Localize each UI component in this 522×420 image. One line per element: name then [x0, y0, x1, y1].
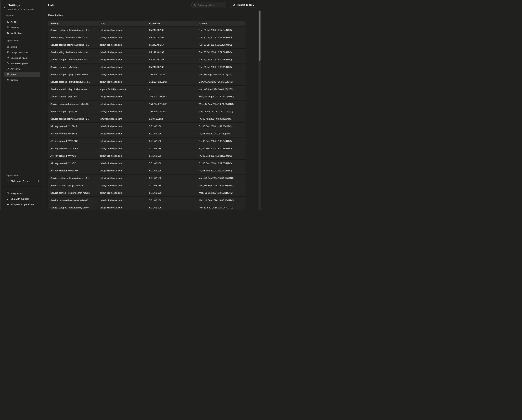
activities-count: 918 activities [48, 14, 261, 17]
cell-activity: Service started - pypi_test [48, 95, 97, 98]
sidebar-item-users-and-roles[interactable]: Users and roles [4, 55, 40, 60]
arrows-swap-icon [7, 62, 9, 65]
table-body: Service scaling settings adjusted - 3...… [48, 26, 246, 210]
table-row[interactable]: Service stopped - pypi_test dale@clickho… [48, 108, 246, 115]
table-row[interactable]: API key created: ****OCB5 dale@clickhous… [48, 138, 246, 145]
sidebar-item-notifications[interactable]: Notifications [4, 31, 40, 36]
table-row[interactable]: API key deleted: ****2KNc dale@clickhous… [48, 130, 246, 138]
vertical-scrollbar[interactable] [258, 10, 261, 210]
table-row[interactable]: API key deleted: ****CbzJ dale@clickhous… [48, 123, 246, 130]
cell-ip-address: 5.71.62.186 [146, 177, 196, 179]
cell-activity: Service started - Vector search results [48, 192, 97, 194]
cell-ip-address: 85.242.48.167 [146, 44, 196, 46]
table-row[interactable]: Service started - play.clickhouse.co... … [48, 86, 246, 93]
search-icon [193, 4, 196, 6]
shield-check-icon [7, 26, 9, 29]
table-row[interactable]: Service stopped - Vector search res... d… [48, 56, 246, 63]
back-button[interactable] [3, 6, 7, 9]
audit-table: Activity User IP address Time Service sc… [48, 21, 246, 210]
sidebar-title: Settings [8, 4, 34, 7]
sidebar-item-profile[interactable]: Profile [4, 19, 40, 25]
sidebar-item-integrations[interactable]: Integrations [4, 191, 40, 196]
cell-ip-address: 85.242.48.167 [146, 58, 196, 61]
sidebar-item-details[interactable]: Details [4, 77, 40, 82]
sidebar-item-security[interactable]: Security [4, 25, 40, 30]
table-row[interactable]: API key created: ****bXWT dale@clickhous… [48, 167, 246, 175]
cell-ip-address: 5.71.62.186 [146, 169, 196, 172]
table-row[interactable]: Service scaling settings adjusted - 2...… [48, 115, 246, 123]
sidebar-item-api-keys[interactable]: API keys [4, 66, 40, 71]
cell-activity: API key deleted: ****2KNc [48, 132, 97, 135]
wallet-icon [7, 46, 9, 48]
cell-activity: Service scaling settings adjusted - 1... [48, 184, 97, 187]
sidebar-item-private-endpoints[interactable]: Private endpoints [4, 61, 40, 66]
table-row[interactable]: Service stopped - observability-demo dal… [48, 204, 246, 210]
cell-time: Thu, 12 Sep 2024 08:42:44(UTC) [196, 206, 246, 209]
table-row[interactable]: Service stopped - play.clickhouse.co... … [48, 78, 246, 86]
table-row[interactable]: Service idling disabled - sql.clickhou..… [48, 49, 246, 56]
section-label-organization: Organization [6, 39, 43, 42]
cell-time: Wed, 11 Sep 2024 10:56:11(UTC) [196, 192, 246, 194]
table-row[interactable]: Service password was reset - dale@... da… [48, 101, 246, 108]
cell-user: dale@clickhouse.com [97, 81, 146, 83]
column-header-user[interactable]: User [97, 22, 146, 25]
sidebar-item-usage-breakdown[interactable]: Usage breakdown [4, 50, 40, 55]
export-csv-button[interactable]: Export To CSV [230, 2, 257, 8]
cell-user: dale@clickhouse.com [97, 110, 146, 113]
sidebar-item-label: Security [10, 26, 19, 29]
column-header-time[interactable]: Time [196, 22, 246, 25]
cell-user: dale@clickhouse.com [97, 132, 146, 135]
sidebar-item-label: Details [10, 79, 17, 81]
cell-ip-address: 5.71.62.186 [146, 199, 196, 202]
sidebar-item-label: Audit [10, 73, 16, 76]
column-header-ip-address[interactable]: IP address [146, 22, 196, 25]
system-status-item[interactable]: All systems operational [4, 202, 40, 207]
scrollbar-thumb[interactable] [259, 11, 261, 61]
table-row[interactable]: API key deleted: ****hBI3 dale@clickhous… [48, 160, 246, 167]
table-row[interactable]: Service stopped - clickpipes dale@clickh… [48, 63, 246, 71]
cell-activity: Service stopped - observability-demo [48, 206, 97, 209]
cell-time: Fri, 06 Sep 2024 12:01:21(UTC) [196, 155, 246, 157]
table-row[interactable]: Service password was reset - dale@... da… [48, 197, 246, 204]
cell-ip-address: - [146, 88, 196, 91]
sidebar-header: Settings Return to your service view [0, 0, 43, 14]
cell-time: Tue, 30 Jul 2024 16:57:34(UTC) [196, 36, 246, 39]
table-row[interactable]: Service started - Vector search results … [48, 189, 246, 197]
section-label-organization-footer: Organization [6, 174, 43, 177]
cell-user: dale@clickhouse.com [97, 177, 146, 179]
table-row[interactable]: Service scaling settings adjusted - 3...… [48, 41, 246, 49]
table-row[interactable]: Service started - pypi_test dale@clickho… [48, 93, 246, 101]
cell-time: Tue, 30 Jul 2024 16:57:50(UTC) [196, 44, 246, 46]
table-row[interactable]: Service idling disabled - play.clickho..… [48, 34, 246, 41]
table-row[interactable]: Service scaling settings adjusted - 1...… [48, 182, 246, 189]
chevron-left-icon [3, 6, 7, 9]
cell-ip-address: 5.71.62.186 [146, 155, 196, 157]
cell-user: dale@clickhouse.com [97, 36, 146, 39]
cell-activity: API key created: ****OCB5 [48, 140, 97, 142]
cell-activity: Service started - play.clickhouse.co... [48, 88, 97, 91]
organization-switcher[interactable]: ClickHouse Demos [4, 179, 40, 184]
bell-icon [7, 32, 9, 34]
main-panel: Audit Export To CSV 918 activities Activ… [43, 0, 261, 210]
column-header-activity[interactable]: Activity [48, 22, 97, 25]
sidebar-item-audit[interactable]: Audit [4, 72, 40, 77]
cell-ip-address: 85.242.48.167 [146, 51, 196, 54]
sidebar-item-chat-with-support[interactable]: Chat with support [4, 196, 40, 201]
section-label-account: Account [6, 14, 43, 17]
cell-activity: Service stopped - play.clickhouse.co... [48, 73, 97, 76]
sidebar-item-label: Notifications [10, 32, 23, 34]
cell-activity: Service idling disabled - play.clickho..… [48, 36, 97, 39]
table-row[interactable]: Service scaling settings adjusted - 3...… [48, 175, 246, 182]
table-row[interactable]: API key created: ****hBI3 dale@clickhous… [48, 152, 246, 160]
cell-time: Wed, 11 Sep 2024 18:06:16(UTC) [196, 199, 246, 202]
sidebar-subtitle: Return to your service view [8, 8, 34, 11]
table-row[interactable]: Service scaling settings adjusted - 3...… [48, 26, 246, 34]
cell-user: dale@clickhouse.com [97, 103, 146, 105]
search-input[interactable] [191, 2, 226, 8]
sidebar-item-billing[interactable]: Billing [4, 44, 40, 49]
table-row[interactable]: API key deleted: ****OCB5 dale@clickhous… [48, 145, 246, 152]
table-row[interactable]: Service stopped - play.clickhouse.co... … [48, 71, 246, 78]
cell-ip-address: 151.224.225.142 [146, 73, 196, 76]
sidebar-item-label: API keys [10, 68, 20, 70]
export-arrow-icon [233, 4, 236, 7]
